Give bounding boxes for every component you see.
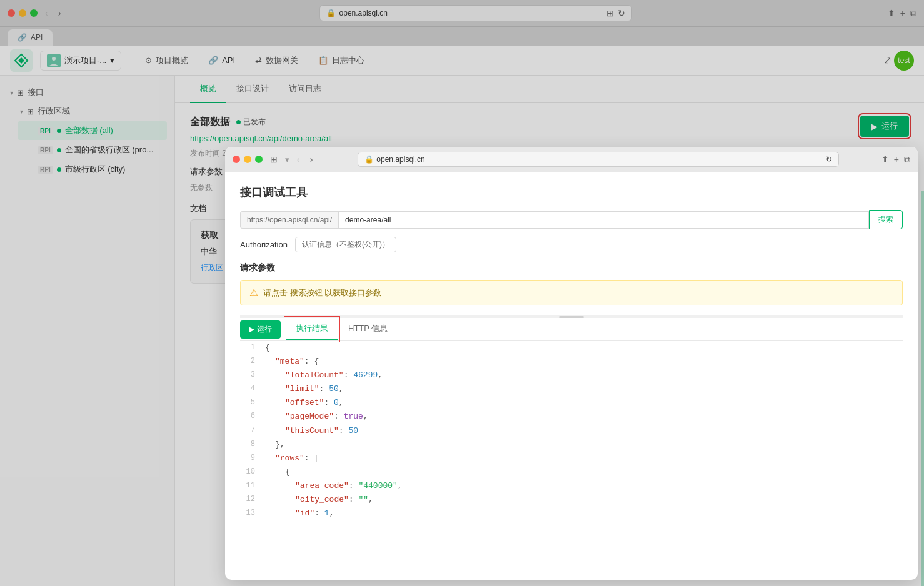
auth-row: Authorization 认证信息（不鉴权(公开)） xyxy=(240,237,903,252)
modal-tabs-icon[interactable]: ⧉ xyxy=(904,154,910,165)
browser-tab[interactable]: 🔗 API xyxy=(8,29,53,46)
refresh-icon[interactable]: ↻ xyxy=(618,8,625,18)
fullscreen-button[interactable]: ⤢ xyxy=(881,52,894,69)
json-line-4: 4 "limit": 50, xyxy=(240,382,903,396)
json-line-11: 11 "area_code": "440000", xyxy=(240,479,903,493)
json-line-10: 10 { xyxy=(240,465,903,479)
sidebar-group-interface[interactable]: ▾ ⊞ 接口 xyxy=(5,83,169,102)
status-badge: 已发布 xyxy=(236,117,266,127)
modal-back[interactable]: ‹ xyxy=(294,153,303,166)
add-tab-btn[interactable]: + xyxy=(900,8,905,18)
toolbar-actions: ⬆ + ⧉ xyxy=(888,8,916,19)
tab-result[interactable]: 执行结果 xyxy=(286,318,338,340)
group-interface-label: 接口 xyxy=(28,87,44,98)
modal-expand[interactable] xyxy=(255,156,263,163)
project-name: 演示项目-... xyxy=(64,55,106,66)
api-prefix: https://open.apisql.cn/api/ xyxy=(240,211,338,229)
sidebar-section: ▾ ⊞ 接口 ▾ ⊞ 行政区域 RPI 全部数据 (all) xyxy=(0,83,174,179)
link-admin-area[interactable]: 行政区 xyxy=(201,262,223,273)
api-badge: RPI xyxy=(38,146,53,154)
play-icon: ▶ xyxy=(249,325,254,334)
modal-run-button[interactable]: ▶ 运行 xyxy=(240,320,281,339)
modal-close[interactable] xyxy=(233,156,240,163)
tab-http-info[interactable]: HTTP 信息 xyxy=(338,318,398,340)
project-avatar xyxy=(47,54,61,67)
modal-title: 接口调试工具 xyxy=(240,185,903,200)
modal-chevron-icon: ▾ xyxy=(285,155,289,164)
tab-overview[interactable]: 概览 xyxy=(190,76,226,103)
nav-api-label: API xyxy=(222,56,235,65)
sidebar-item-all-data[interactable]: RPI 全部数据 (all) xyxy=(18,121,167,140)
nav-data-gateway[interactable]: ⇄ 数据网关 xyxy=(246,51,307,70)
auth-badge: 认证信息（不鉴权(公开)） xyxy=(295,237,396,252)
warning-box: ⚠ 请点击 搜索按钮 以获取接口参数 xyxy=(240,280,903,305)
chevron-down-icon: ▾ xyxy=(10,89,13,96)
tab-access-log[interactable]: 访问日志 xyxy=(279,76,331,103)
chevron-down-icon: ▾ xyxy=(110,56,114,65)
sidebar: ▾ ⊞ 接口 ▾ ⊞ 行政区域 RPI 全部数据 (all) xyxy=(0,76,175,586)
minimize-traffic-light[interactable] xyxy=(19,9,26,17)
modal-forward[interactable]: › xyxy=(308,153,316,166)
api-url[interactable]: https://open.apisql.cn/api/demo-area/all xyxy=(190,134,909,143)
content-tabs: 概览 接口设计 访问日志 xyxy=(175,76,924,103)
json-line-13: 13 "id": 1, xyxy=(240,507,903,520)
refresh-icon[interactable]: ↻ xyxy=(826,155,832,164)
json-line-7: 7 "thisCount": 50 xyxy=(240,424,903,438)
status-dot xyxy=(57,167,61,172)
collapse-icon[interactable]: — xyxy=(895,325,903,334)
modal-minimize[interactable] xyxy=(244,156,251,163)
city-label: 市级行政区 (city) xyxy=(65,164,126,175)
nav-api[interactable]: 🔗 API xyxy=(199,51,244,70)
modal-run-label: 运行 xyxy=(257,324,272,335)
nav-log-center[interactable]: 📋 日志中心 xyxy=(309,51,373,70)
project-selector[interactable]: 演示项目-... ▾ xyxy=(40,51,121,71)
api-icon: 🔗 xyxy=(208,56,218,65)
json-line-1: 1 { xyxy=(240,341,903,355)
forward-button[interactable]: › xyxy=(56,7,64,19)
divider-handle xyxy=(559,316,584,318)
sidebar-group-admin-area[interactable]: ▾ ⊞ 行政区域 xyxy=(15,102,169,121)
nav-overview[interactable]: ⊙ 项目概览 xyxy=(136,51,197,70)
close-traffic-light[interactable] xyxy=(8,9,15,17)
maximize-traffic-light[interactable] xyxy=(30,9,38,17)
back-button[interactable]: ‹ xyxy=(43,7,51,19)
user-avatar[interactable]: test xyxy=(894,51,914,71)
sidebar-item-city[interactable]: RPI 市级行政区 (city) xyxy=(18,160,167,179)
app-nav: ⊙ 项目概览 🔗 API ⇄ 数据网关 📋 日志中心 xyxy=(136,51,881,70)
nav-overview-label: 项目概览 xyxy=(156,55,188,66)
tabs-btn[interactable]: ⧉ xyxy=(910,8,916,19)
api-input-row: https://open.apisql.cn/api/ 搜索 xyxy=(240,210,903,229)
run-button[interactable]: ▶ 运行 xyxy=(860,116,909,137)
svg-point-2 xyxy=(52,57,56,61)
api-badge: RPI xyxy=(38,166,53,174)
lock-icon: 🔒 xyxy=(326,9,336,17)
status-dot xyxy=(236,120,241,124)
json-line-2: 2 "meta": { xyxy=(240,355,903,369)
modal-view-toggle[interactable]: ⊞ xyxy=(268,153,280,166)
json-line-5: 5 "offset": 0, xyxy=(240,396,903,410)
share-btn[interactable]: ⬆ xyxy=(888,8,895,18)
auth-label: Authorization xyxy=(240,240,288,249)
tab-design[interactable]: 接口设计 xyxy=(226,76,279,103)
json-line-12: 12 "city_code": "", xyxy=(240,493,903,507)
right-accent-bar xyxy=(921,191,924,586)
address-bar[interactable]: 🔒 open.apisql.cn ⊞ ↻ xyxy=(319,5,632,21)
sidebar-item-province[interactable]: RPI 全国的省级行政区 (pro... xyxy=(18,141,167,159)
modal-share-icon[interactable]: ⬆ xyxy=(881,154,889,165)
json-line-6: 6 "pageMode": true, xyxy=(240,410,903,424)
debug-tool-modal: ⊞ ▾ ‹ › 🔒 open.apisql.cn ↻ ⬆ + ⧉ 接口调试工具 … xyxy=(225,147,918,580)
play-icon: ▶ xyxy=(871,122,878,131)
share-icon: ⊞ xyxy=(606,8,614,18)
json-line-3: 3 "TotalCount": 46299, xyxy=(240,369,903,382)
modal-add-icon[interactable]: + xyxy=(894,154,899,165)
status-dot xyxy=(57,148,61,152)
modal-traffic-lights xyxy=(233,156,263,163)
json-line-9: 9 "rows": [ xyxy=(240,452,903,465)
api-path-input[interactable] xyxy=(338,211,869,229)
modal-address-bar[interactable]: 🔒 open.apisql.cn ↻ xyxy=(358,152,838,167)
tab-label: API xyxy=(31,33,43,42)
admin-area-label: 行政区域 xyxy=(38,106,70,117)
modal-toolbar-actions: ⬆ + ⧉ xyxy=(881,154,910,165)
address-text: open.apisql.cn xyxy=(339,9,388,17)
api-search-button[interactable]: 搜索 xyxy=(869,210,903,229)
